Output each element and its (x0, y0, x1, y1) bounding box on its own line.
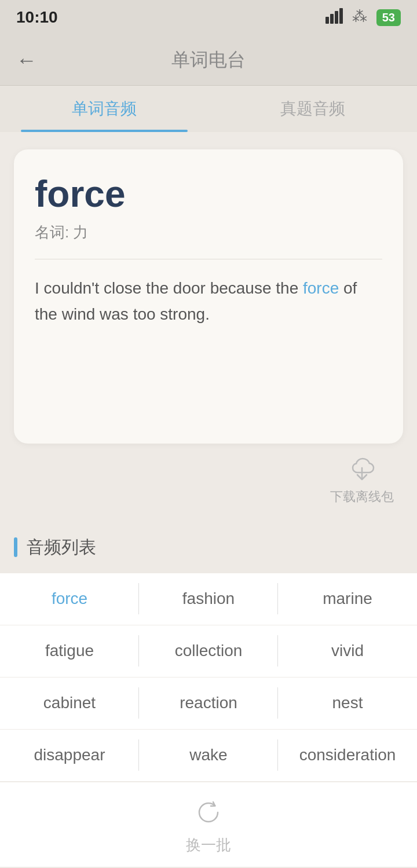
word-cell-disappear[interactable]: disappear (0, 730, 139, 781)
word-cell-vivid[interactable]: vivid (278, 625, 417, 677)
download-area: 下载离线包 (14, 455, 403, 506)
tab-bar: 单词音频 真题音频 (0, 86, 417, 132)
word-grid: force fashion marine fatigue collection … (0, 573, 417, 867)
word-cell-nest[interactable]: nest (278, 677, 417, 729)
tab-real-audio[interactable]: 真题音频 (209, 86, 417, 132)
word-divider (35, 259, 382, 259)
word-sentence: I couldn't close the door because the fo… (35, 276, 382, 328)
status-bar: 10:10 ⁂ 53 (0, 0, 417, 35)
status-time: 10:10 (16, 8, 58, 27)
word-title: force (35, 173, 382, 215)
word-row: force fashion marine (0, 573, 417, 625)
main-content: force 名词: 力 I couldn't close the door be… (0, 132, 417, 526)
download-offline-button[interactable]: 下载离线包 (330, 455, 394, 506)
word-row: fatigue collection vivid (0, 625, 417, 677)
svg-rect-2 (335, 11, 338, 24)
refresh-area: 换一批 (0, 782, 417, 867)
word-row: cabinet reaction nest (0, 677, 417, 730)
word-cell-consideration[interactable]: consideration (278, 730, 417, 781)
word-pos-meaning: 名词: 力 (35, 222, 382, 243)
wifi-icon: ⁂ (352, 8, 371, 27)
download-label: 下载离线包 (330, 488, 394, 506)
back-button[interactable]: ← (16, 48, 37, 72)
audio-list-section: 音频列表 force fashion marine fatigue collec… (0, 526, 417, 868)
sentence-highlight: force (303, 279, 339, 297)
battery-indicator: 53 (376, 9, 401, 26)
word-card: force 名词: 力 I couldn't close the door be… (14, 149, 403, 444)
word-cell-cabinet[interactable]: cabinet (0, 677, 139, 729)
word-cell-fashion[interactable]: fashion (139, 573, 278, 625)
svg-rect-0 (325, 17, 329, 24)
svg-rect-1 (330, 14, 334, 24)
word-cell-marine[interactable]: marine (278, 573, 417, 625)
word-cell-force[interactable]: force (0, 573, 139, 625)
status-icons: ⁂ 53 (325, 8, 401, 27)
word-row: disappear wake consideration (0, 730, 417, 782)
signal-icon (325, 8, 346, 27)
section-title: 音频列表 (27, 536, 96, 559)
section-header: 音频列表 (0, 526, 417, 569)
word-cell-fatigue[interactable]: fatigue (0, 625, 139, 677)
section-bar-accent (14, 537, 17, 557)
word-cell-wake[interactable]: wake (139, 730, 278, 781)
word-cell-reaction[interactable]: reaction (139, 677, 278, 729)
sentence-prefix: I couldn't close the door because the (35, 279, 303, 297)
cloud-download-icon (347, 455, 377, 486)
page-title: 单词电台 (171, 47, 246, 73)
tab-word-audio[interactable]: 单词音频 (0, 86, 209, 132)
svg-rect-3 (339, 8, 343, 24)
header: ← 单词电台 (0, 35, 417, 86)
svg-text:⁂: ⁂ (352, 8, 367, 24)
word-cell-collection[interactable]: collection (139, 625, 278, 677)
refresh-label[interactable]: 换一批 (186, 835, 231, 855)
refresh-icon[interactable] (196, 800, 221, 830)
